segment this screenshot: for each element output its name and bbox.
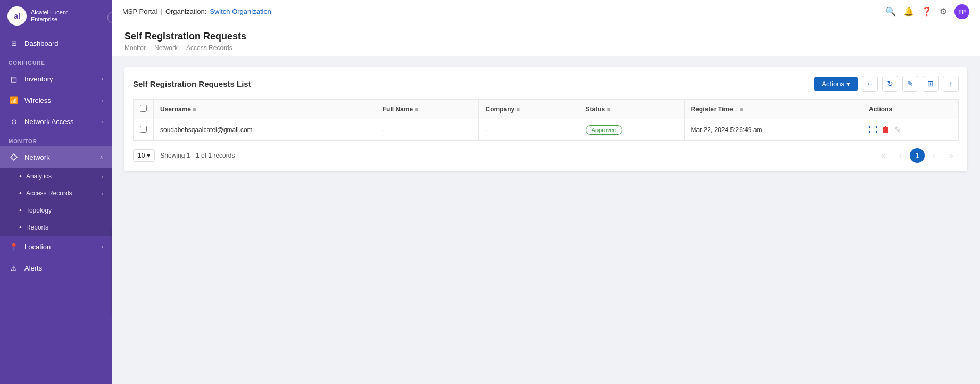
page-size-select[interactable]: 10 ▾ xyxy=(133,149,155,162)
configure-section-label: CONFIGURE xyxy=(0,54,112,68)
edit-row-icon[interactable]: ✎ xyxy=(894,125,901,135)
row-checkbox-cell xyxy=(134,119,154,141)
table-card-header: Self Registration Requests List Actions … xyxy=(133,76,959,92)
filter-icon: ⊞ xyxy=(927,79,934,88)
network-icon xyxy=(9,152,19,162)
register-time-col-icons: ↓ ≡ xyxy=(735,106,743,112)
register-time-filter-icon[interactable]: ≡ xyxy=(740,106,743,112)
settings-icon[interactable]: ⚙ xyxy=(940,6,947,17)
dashboard-icon: ⊞ xyxy=(9,38,19,48)
fullname-filter-icon[interactable]: ≡ xyxy=(414,106,418,112)
page-header: Self Registration Requests Monitor - Net… xyxy=(112,23,980,56)
col-fullname: Full Name ≡ xyxy=(376,100,479,119)
table-toolbar: Actions ▾ ↔ ↻ ✎ ⊞ xyxy=(814,76,959,92)
table-footer: 10 ▾ Showing 1 - 1 of 1 records « ‹ 1 › … xyxy=(133,148,959,163)
status-filter-icon[interactable]: ≡ xyxy=(607,106,610,112)
topbar-right: 🔍 🔔 ❓ ⚙ TP xyxy=(885,4,969,19)
topbar: MSP Portal | Organization: Switch Organi… xyxy=(112,0,980,23)
company-col-icons: ≡ xyxy=(517,106,520,112)
filter-button[interactable]: ⊞ xyxy=(923,76,939,92)
sidebar-sub-access-records[interactable]: Access Records › xyxy=(0,185,112,202)
page-size-chevron: ▾ xyxy=(147,152,150,159)
sidebar-item-wireless[interactable]: 📶 Wireless › xyxy=(0,89,112,111)
msp-portal-label: MSP Portal xyxy=(122,7,157,15)
col-status: Status ≡ xyxy=(579,100,684,119)
sidebar-sub-topology[interactable]: Topology xyxy=(0,202,112,219)
network-access-chevron: › xyxy=(102,119,103,125)
row-company: - xyxy=(479,119,579,141)
last-page-button[interactable]: » xyxy=(944,148,959,163)
sidebar: al Alcatel·Lucent Enterprise ‹ ⊞ Dashboa… xyxy=(0,0,112,384)
row-register-time: Mar 22, 2024 5:26:49 am xyxy=(684,119,862,141)
pagination: « ‹ 1 › » xyxy=(876,148,959,163)
username-filter-icon[interactable]: ≡ xyxy=(193,106,196,112)
data-table: Username ≡ Full Name ≡ Compa xyxy=(133,99,959,141)
logo-text: Alcatel·Lucent Enterprise xyxy=(31,9,68,23)
analytics-chevron: › xyxy=(102,174,103,179)
col-company: Company ≡ xyxy=(479,100,579,119)
breadcrumb-sep-2: - xyxy=(181,44,183,52)
location-chevron: › xyxy=(102,244,103,250)
register-time-sort-icon[interactable]: ↓ xyxy=(735,106,738,112)
sidebar-item-network-access[interactable]: ⊙ Network Access › xyxy=(0,111,112,132)
user-avatar[interactable]: TP xyxy=(954,4,969,19)
row-status: Approved xyxy=(579,119,684,141)
sidebar-sub-reports[interactable]: Reports xyxy=(0,219,112,236)
showing-text: Showing 1 - 1 of 1 records xyxy=(160,152,235,159)
page-1-button[interactable]: 1 xyxy=(910,148,925,163)
sidebar-item-inventory[interactable]: ▤ Inventory › xyxy=(0,68,112,89)
breadcrumb-monitor: Monitor xyxy=(124,44,146,52)
delete-row-icon[interactable]: 🗑 xyxy=(882,125,890,135)
sidebar-item-network[interactable]: Network ∧ xyxy=(0,146,112,168)
sidebar-item-alerts[interactable]: ⚠ Alerts xyxy=(0,257,112,279)
notifications-icon[interactable]: 🔔 xyxy=(903,6,914,17)
prev-page-button[interactable]: ‹ xyxy=(893,148,908,163)
status-col-icons: ≡ xyxy=(607,106,610,112)
inventory-icon: ▤ xyxy=(9,73,19,84)
switch-org-link[interactable]: Switch Organization xyxy=(210,7,271,15)
sidebar-item-dashboard[interactable]: ⊞ Dashboard xyxy=(0,32,112,54)
row-username: soudabehsqaalcatel@gmail.com xyxy=(154,119,376,141)
network-submenu: Analytics › Access Records › Topology Re… xyxy=(0,168,112,236)
content-area: Self Registration Requests List Actions … xyxy=(112,56,980,384)
sidebar-item-location[interactable]: 📍 Location › xyxy=(0,236,112,257)
status-badge: Approved xyxy=(586,125,622,135)
network-chevron: ∧ xyxy=(99,154,103,160)
actions-chevron-icon: ▾ xyxy=(846,80,850,88)
logo-area: al Alcatel·Lucent Enterprise xyxy=(0,0,112,32)
inventory-chevron: › xyxy=(102,76,103,82)
topbar-left: MSP Portal | Organization: Switch Organi… xyxy=(122,7,271,15)
select-all-checkbox[interactable] xyxy=(140,105,147,112)
upload-icon: ↑ xyxy=(949,79,953,88)
fullname-col-icons: ≡ xyxy=(414,106,418,112)
network-access-icon: ⊙ xyxy=(9,116,19,127)
wireless-chevron: › xyxy=(102,97,103,103)
edit-columns-button[interactable]: ✎ xyxy=(902,76,918,92)
sidebar-sub-analytics[interactable]: Analytics › xyxy=(0,168,112,185)
alerts-icon: ⚠ xyxy=(9,263,19,273)
next-page-button[interactable]: › xyxy=(927,148,942,163)
expand-row-icon[interactable]: ⛶ xyxy=(869,125,877,135)
row-action-icons: ⛶ 🗑 ✎ xyxy=(869,125,952,135)
actions-button[interactable]: Actions ▾ xyxy=(814,77,858,91)
row-checkbox[interactable] xyxy=(140,126,147,133)
table-card-title: Self Registration Requests List xyxy=(133,79,814,88)
org-label: Organization: xyxy=(165,7,206,15)
row-actions-cell: ⛶ 🗑 ✎ xyxy=(862,119,959,141)
expand-columns-icon: ↔ xyxy=(866,79,874,88)
page-title: Self Registration Requests xyxy=(124,31,967,42)
username-col-icons: ≡ xyxy=(193,106,196,112)
select-all-header xyxy=(134,100,154,119)
help-icon[interactable]: ❓ xyxy=(921,6,932,17)
upload-button[interactable]: ↑ xyxy=(943,76,959,92)
expand-columns-button[interactable]: ↔ xyxy=(862,76,878,92)
first-page-button[interactable]: « xyxy=(876,148,891,163)
refresh-button[interactable]: ↻ xyxy=(882,76,898,92)
location-icon: 📍 xyxy=(9,241,19,252)
logo-icon: al xyxy=(7,6,27,26)
monitor-section-label: MONITOR xyxy=(0,132,112,146)
table-row: soudabehsqaalcatel@gmail.com - - Approve… xyxy=(134,119,959,141)
company-filter-icon[interactable]: ≡ xyxy=(517,106,520,112)
search-icon[interactable]: 🔍 xyxy=(885,6,896,17)
breadcrumb-sep-1: - xyxy=(149,44,151,52)
